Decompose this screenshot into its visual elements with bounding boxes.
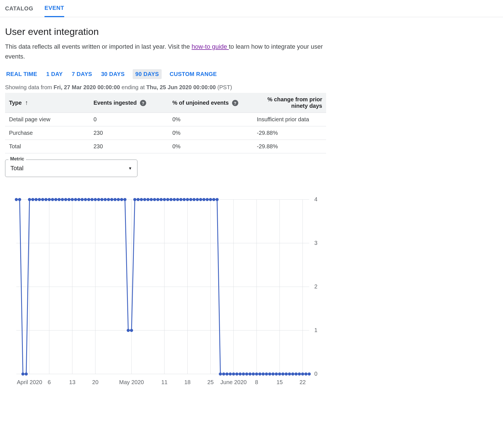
svg-point-104 [245, 373, 248, 376]
svg-point-103 [242, 373, 245, 376]
svg-point-92 [206, 198, 209, 201]
svg-point-112 [271, 373, 275, 376]
svg-point-105 [248, 373, 252, 376]
svg-text:April 2020: April 2020 [17, 379, 42, 385]
events-table-body: Detail page view 0 0% Insufficient prior… [5, 113, 326, 153]
svg-text:13: 13 [69, 379, 75, 385]
range-90-days[interactable]: 90 DAYS [133, 69, 162, 79]
svg-point-37 [25, 373, 28, 376]
svg-point-63 [110, 198, 113, 201]
cell-change: -29.88% [253, 140, 326, 153]
cell-type: Total [5, 140, 90, 153]
svg-text:18: 18 [184, 379, 191, 385]
svg-point-121 [301, 373, 304, 376]
svg-point-55 [84, 198, 87, 201]
range-30-days[interactable]: 30 DAYS [100, 69, 126, 79]
cell-change: -29.88% [253, 126, 326, 140]
svg-point-68 [127, 329, 130, 332]
svg-point-43 [44, 198, 48, 201]
col-type-header[interactable]: Type ↑ [5, 93, 90, 113]
help-icon[interactable]: ? [232, 100, 238, 106]
cell-ingested: 0 [90, 113, 168, 126]
page-description: This data reflects all events written or… [5, 42, 324, 61]
svg-point-47 [57, 198, 61, 201]
svg-text:11: 11 [161, 379, 168, 385]
cell-type: Purchase [5, 126, 90, 140]
svg-text:May 2020: May 2020 [119, 379, 144, 385]
svg-point-53 [77, 198, 81, 201]
svg-text:4: 4 [314, 197, 317, 202]
svg-point-60 [100, 198, 103, 201]
svg-point-59 [97, 198, 100, 201]
svg-point-117 [288, 373, 291, 376]
svg-point-82 [173, 198, 176, 201]
svg-point-91 [202, 198, 206, 201]
svg-point-54 [81, 198, 84, 201]
svg-point-39 [31, 198, 34, 201]
svg-point-69 [130, 329, 133, 332]
main-tabs: CATALOG EVENT [0, 0, 503, 17]
help-icon[interactable]: ? [140, 100, 146, 106]
showing-prefix: Showing data from [5, 84, 54, 90]
svg-point-98 [225, 373, 228, 376]
range-7-days[interactable]: 7 DAYS [71, 69, 93, 79]
time-range-row: REAL TIME 1 DAY 7 DAYS 30 DAYS 90 DAYS C… [5, 69, 324, 79]
svg-point-83 [176, 198, 179, 201]
svg-point-72 [140, 198, 143, 201]
svg-point-110 [265, 373, 268, 376]
svg-text:0: 0 [314, 371, 317, 377]
svg-point-71 [137, 198, 140, 201]
metric-value: Total [10, 165, 23, 172]
range-1-day[interactable]: 1 DAY [45, 69, 64, 79]
svg-point-48 [61, 198, 64, 201]
svg-text:1: 1 [314, 327, 317, 333]
svg-point-113 [275, 373, 278, 376]
howto-link[interactable]: how-to guide [192, 43, 229, 50]
cell-unjoined: 0% [168, 126, 253, 140]
svg-point-62 [107, 198, 110, 201]
svg-point-52 [74, 198, 77, 201]
svg-text:25: 25 [207, 379, 213, 385]
showing-to: Thu, 25 Jun 2020 00:00:00 [146, 84, 216, 90]
svg-text:22: 22 [300, 379, 306, 385]
svg-point-102 [239, 373, 242, 376]
description-pre: This data reflects all events written or… [5, 43, 192, 50]
svg-point-87 [189, 198, 192, 201]
svg-point-70 [133, 198, 136, 201]
svg-point-36 [21, 373, 25, 376]
chevron-down-icon: ▼ [128, 166, 132, 171]
metric-select[interactable]: Total ▼ [5, 160, 137, 177]
svg-text:8: 8 [255, 379, 258, 385]
col-ingested-header[interactable]: Events ingested ? [90, 93, 168, 113]
metric-field: Metric Total ▼ [5, 160, 137, 177]
tab-catalog[interactable]: CATALOG [5, 0, 33, 17]
svg-point-108 [258, 373, 261, 376]
range-custom[interactable]: CUSTOM RANGE [168, 69, 218, 79]
svg-point-78 [160, 198, 163, 201]
svg-point-81 [170, 198, 173, 201]
col-type-label: Type [9, 100, 22, 106]
svg-point-120 [298, 373, 301, 376]
svg-point-95 [215, 198, 219, 201]
svg-point-56 [87, 198, 90, 201]
tab-event[interactable]: EVENT [44, 0, 64, 17]
svg-point-114 [278, 373, 281, 376]
svg-point-57 [90, 198, 94, 201]
svg-point-111 [268, 373, 271, 376]
svg-text:20: 20 [92, 379, 98, 385]
cell-ingested: 230 [90, 140, 168, 153]
col-change-header[interactable]: % change from prior ninety days [253, 93, 326, 113]
svg-point-116 [285, 373, 288, 376]
cell-ingested: 230 [90, 126, 168, 140]
svg-point-44 [48, 198, 51, 201]
range-real-time[interactable]: REAL TIME [5, 69, 38, 79]
svg-point-65 [117, 198, 120, 201]
showing-mid: ending at [120, 84, 146, 90]
svg-point-51 [71, 198, 74, 201]
svg-point-49 [64, 198, 67, 201]
svg-point-118 [291, 373, 294, 376]
svg-text:June 2020: June 2020 [221, 379, 247, 385]
svg-point-73 [143, 198, 146, 201]
col-unjoined-header[interactable]: % of unjoined events ? [168, 93, 253, 113]
svg-text:6: 6 [48, 379, 51, 385]
